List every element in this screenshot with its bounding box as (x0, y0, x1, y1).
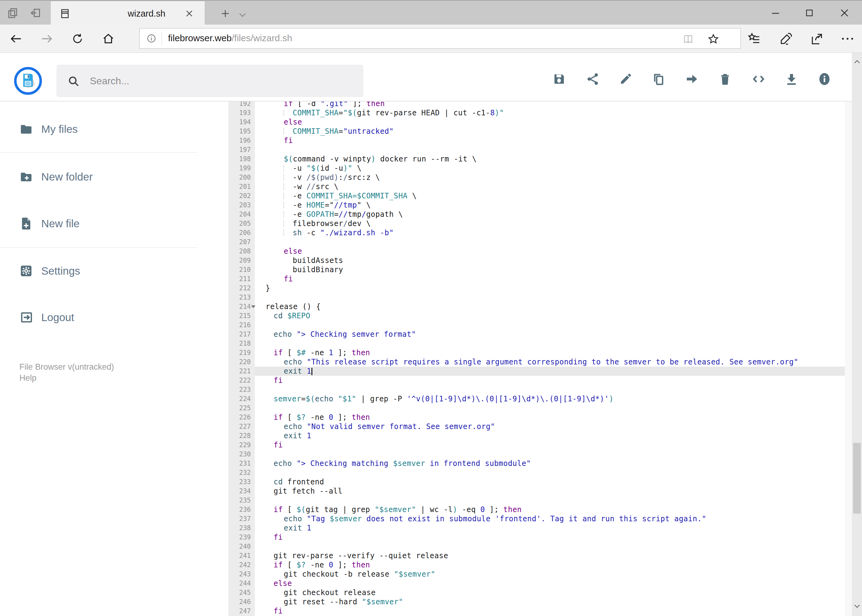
code-line[interactable]: if [ $# -ne 1 ]; then (266, 348, 370, 357)
reading-view-icon[interactable] (682, 33, 694, 45)
scrollbar-thumb[interactable] (853, 443, 861, 514)
favorite-star-icon[interactable] (707, 32, 720, 46)
sidebar-item-new-folder[interactable]: New folder (0, 163, 198, 191)
code-line[interactable]: -v /$(pwd):/src:z \ (266, 173, 380, 182)
code-line[interactable]: exit 1 (266, 431, 312, 440)
active-line-highlight (255, 366, 852, 376)
rename-button[interactable] (619, 72, 633, 86)
scroll-down-icon[interactable] (853, 602, 861, 610)
page-favicon (59, 8, 71, 19)
code-line[interactable]: if [ -d ".git" ]; then (266, 102, 385, 108)
share-page-icon[interactable] (809, 31, 825, 47)
code-line[interactable]: echo "> Checking matching $semver in fro… (266, 459, 531, 468)
sidebar-item-my-files[interactable]: My files (0, 115, 198, 143)
sidebar-item-new-file[interactable]: New file (0, 210, 198, 237)
code-line[interactable]: fi (266, 607, 283, 616)
sidebar-item-settings[interactable]: Settings (0, 257, 198, 285)
delete-button[interactable] (718, 72, 732, 86)
code-line[interactable]: -e GOPATH=//tmp/gopath \ (266, 210, 403, 219)
sidebar-item-logout[interactable]: Logout (0, 303, 198, 331)
back-icon[interactable] (9, 31, 24, 46)
code-line[interactable]: fi (266, 136, 293, 145)
search-box[interactable] (57, 65, 363, 97)
hub-favorites-icon[interactable] (746, 31, 762, 47)
code-line[interactable]: COMMIT_SHA="untracked" (266, 127, 394, 136)
scroll-up-icon[interactable] (853, 58, 861, 66)
line-number: 214 (229, 302, 251, 311)
home-icon[interactable] (101, 31, 116, 46)
share-button[interactable] (586, 72, 600, 86)
download-button[interactable] (785, 72, 799, 86)
tab-list-chevron-icon[interactable] (236, 9, 249, 21)
text-cursor (312, 368, 312, 375)
sidebar-item-label: My files (41, 123, 78, 135)
copy-button[interactable] (651, 72, 666, 86)
code-line[interactable]: if [ $? -ne 0 ]; then (266, 560, 370, 570)
site-info-icon[interactable] (147, 33, 156, 43)
code-line[interactable]: git rev-parse --verify --quiet release (266, 551, 448, 560)
code-line[interactable]: sh -c "./wizard.sh -b" (266, 228, 394, 237)
window-maximize-icon[interactable] (803, 7, 816, 19)
code-line[interactable]: fi (266, 533, 283, 542)
window-close-icon[interactable] (838, 7, 851, 19)
code-line[interactable]: $(command -v winpty) docker run --rm -it… (266, 154, 477, 163)
code-line[interactable]: exit 1 (266, 366, 312, 376)
forward-icon[interactable] (39, 31, 54, 46)
code-line[interactable]: else (266, 579, 292, 588)
url-host: filebrowser.web (168, 33, 232, 43)
code-line[interactable]: } (266, 284, 270, 293)
code-line[interactable]: echo "Not valid semver format. See semve… (266, 422, 495, 431)
code-line[interactable]: echo "Tag $semver does not exist in subm… (266, 514, 707, 523)
code-line[interactable]: filebrowser/dev \ (266, 219, 371, 228)
code-line[interactable]: else (266, 118, 302, 127)
code-line[interactable]: if [ $? -ne 0 ]; then (266, 413, 370, 422)
code-line[interactable]: -e COMMIT_SHA=$COMMIT_SHA \ (266, 191, 417, 201)
file-plus-icon (19, 217, 33, 231)
code-line[interactable]: if [ $(git tag | grep "$semver" | wc -l)… (266, 505, 522, 514)
code-line[interactable]: buildAssets (266, 256, 343, 265)
code-line[interactable]: fi (266, 274, 293, 284)
code-line[interactable]: exit 1 (266, 523, 312, 533)
tab-preview-icon[interactable] (7, 7, 19, 19)
code-line[interactable]: cd frontend (266, 477, 324, 487)
code-line[interactable]: -e HOME="//tmp" \ (266, 201, 371, 210)
line-number: 222 (229, 376, 251, 385)
browser-tab[interactable]: wizard.sh (51, 1, 205, 25)
code-line[interactable]: buildBinary (266, 265, 343, 274)
address-bar[interactable]: filebrowser.web/files/wizard.sh (139, 28, 741, 49)
code-line[interactable]: semver=$(echo "$1" | grep -P '^v(0|[1-9]… (266, 394, 614, 404)
refresh-icon[interactable] (70, 31, 85, 46)
fold-arrow-icon[interactable] (251, 305, 255, 308)
code-line[interactable]: release () { (266, 302, 321, 311)
code-line[interactable]: git checkout -b release "$semver" (266, 570, 435, 579)
code-line[interactable]: echo "This release script requires a sin… (266, 357, 798, 366)
tab-close-icon[interactable] (184, 8, 195, 19)
code-line[interactable]: echo "> Checking semver format" (266, 330, 416, 339)
help-link[interactable]: Help (19, 373, 36, 383)
new-tab-icon[interactable] (219, 7, 232, 20)
set-aside-tabs-icon[interactable] (29, 7, 41, 19)
folder-plus-icon (19, 170, 33, 184)
code-line[interactable]: fi (266, 376, 283, 385)
info-button[interactable] (817, 72, 832, 86)
url-text[interactable]: filebrowser.web/files/wizard.sh (168, 33, 292, 43)
code-line[interactable]: else (266, 247, 302, 256)
code-line[interactable]: git reset --hard "$semver" (266, 597, 403, 607)
code-view-button[interactable] (752, 72, 766, 86)
filebrowser-logo[interactable] (14, 67, 42, 95)
annotate-pen-icon[interactable] (778, 31, 794, 47)
page-scrollbar[interactable] (852, 53, 862, 616)
more-options-icon[interactable] (840, 37, 856, 41)
move-button[interactable] (684, 72, 698, 86)
code-line[interactable]: fi (266, 440, 283, 449)
code-editor[interactable]: 192if [ -d ".git" ]; then193COMMIT_SHA="… (203, 102, 852, 616)
code-line[interactable]: cd $REPO (266, 311, 310, 321)
code-line[interactable]: -w //src \ (266, 182, 339, 191)
code-line[interactable]: git checkout release (266, 588, 376, 597)
window-minimize-icon[interactable] (769, 7, 782, 19)
code-line[interactable]: -u "$(id -u)" \ (266, 163, 362, 173)
code-line[interactable]: git fetch --all (266, 487, 342, 496)
code-line[interactable]: COMMIT_SHA="$(git rev-parse HEAD | cut -… (266, 108, 504, 118)
save-button[interactable] (552, 72, 566, 86)
search-input[interactable] (89, 65, 355, 97)
